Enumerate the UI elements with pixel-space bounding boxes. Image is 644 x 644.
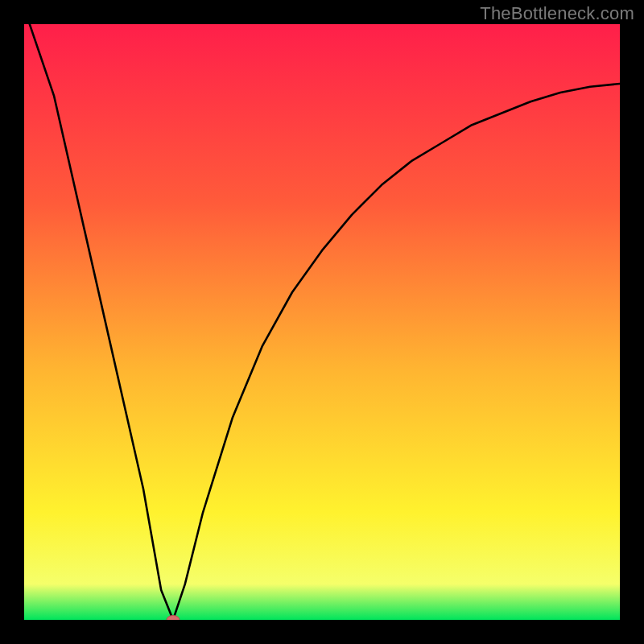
chart-frame: TheBottleneck.com bbox=[0, 0, 644, 644]
chart-svg bbox=[24, 24, 620, 620]
plot-area bbox=[24, 24, 620, 620]
watermark-label: TheBottleneck.com bbox=[480, 3, 634, 24]
gradient-background bbox=[24, 24, 620, 620]
